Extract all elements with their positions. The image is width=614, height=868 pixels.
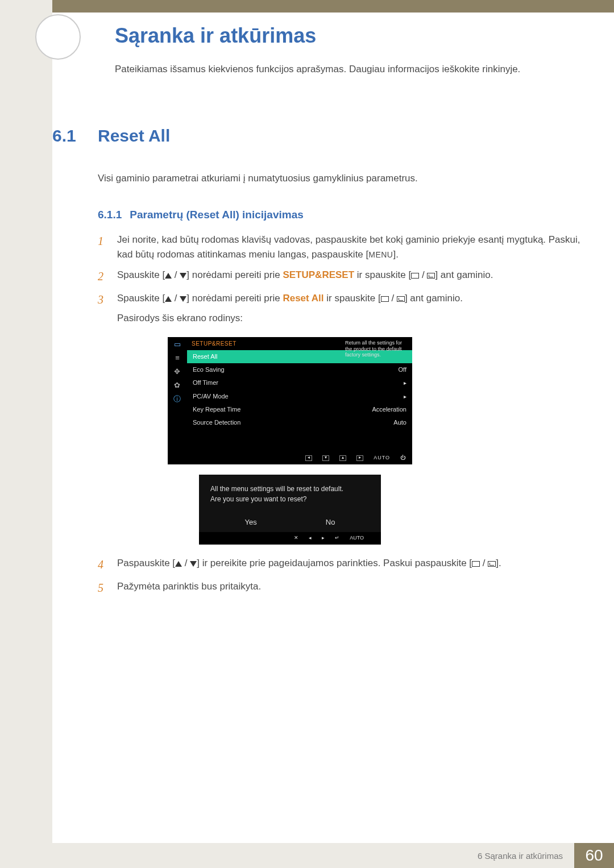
osd-sidebar: ▭ ≡ ✥ ✿ ⓘ xyxy=(168,337,187,452)
step-5-text: Pažymėta parinktis bus pritaikyta. xyxy=(117,579,261,594)
monitor-icon: ▭ xyxy=(171,339,184,350)
step-2-text-c: ir spauskite [ xyxy=(354,269,411,280)
chapter-title: Sąranka ir atkūrimas xyxy=(115,24,591,48)
triangle-down-icon xyxy=(180,296,186,302)
osd-confirm-dialog: All the menu settings will be reset to d… xyxy=(199,475,381,533)
triangle-up-icon xyxy=(175,561,182,567)
step-5: 5 Pažymėta parinktis bus pritaikyta. xyxy=(98,579,591,597)
dialog-nav-bar: ✕ ◂ ▸ ↵ AUTO xyxy=(199,532,381,545)
subsection-title: Parametrų (Reset All) inicijavimas xyxy=(130,209,304,221)
step-3-text-c: ir spauskite [ xyxy=(324,293,381,304)
section-title: Reset All xyxy=(98,126,170,146)
step-4-text-c: ]. xyxy=(496,558,501,568)
step-2-text-b: ] norėdami pereiti prie xyxy=(186,269,283,280)
steps-list: 1 Jei norite, kad būtų rodomas klavišų v… xyxy=(98,232,591,597)
nav-right-icon: ▸ xyxy=(322,534,325,542)
footer-chapter-label: 6 Sąranka ir atkūrimas xyxy=(0,843,574,868)
step-3-text-b: ] norėdami pereiti prie xyxy=(186,293,283,304)
step-2-keyword: SETUP&RESET xyxy=(283,269,354,280)
top-accent-bar xyxy=(0,0,614,13)
dialog-actions: Yes No xyxy=(210,517,370,528)
nav-left-icon: ◂ xyxy=(309,534,312,542)
subsection-heading: 6.1.1 Parametrų (Reset All) inicijavimas xyxy=(98,209,591,221)
nav-auto-label: AUTO xyxy=(374,454,390,462)
page-content: Sąranka ir atkūrimas Pateikiamas išsamus… xyxy=(52,17,591,597)
step-number: 5 xyxy=(98,579,107,597)
triangle-down-icon xyxy=(190,561,197,567)
chapter-intro: Pateikiamas išsamus kiekvienos funkcijos… xyxy=(115,64,591,75)
step-1-text-b: ]. xyxy=(393,249,398,260)
page-footer: 6 Sąranka ir atkūrimas 60 xyxy=(0,843,614,868)
power-icon xyxy=(400,454,405,462)
list-icon: ≡ xyxy=(171,353,184,363)
dialog-yes-button[interactable]: Yes xyxy=(245,517,257,528)
osd-menu: ▭ ≡ ✥ ✿ ⓘ SETUP&RESET Return all the set… xyxy=(168,337,412,452)
subsection-number: 6.1.1 xyxy=(98,209,122,221)
step-3: 3 Spauskite [ / ] norėdami pereiti prie … xyxy=(98,291,591,545)
osd-tooltip: Return all the settings for the product … xyxy=(343,339,411,359)
chapter-badge-circle xyxy=(35,14,81,60)
step-number: 4 xyxy=(98,556,107,574)
left-margin-bar xyxy=(0,0,52,868)
osd-row-key-repeat: Key Repeat TimeAcceleration xyxy=(187,403,412,416)
step-3-keyword: Reset All xyxy=(283,293,323,304)
step-1-text-a: Jei norite, kad būtų rodomas klavišų vad… xyxy=(117,234,580,260)
step-4: 4 Paspauskite [ / ] ir pereikite prie pa… xyxy=(98,556,591,574)
step-3-text-a: Spauskite [ xyxy=(117,293,165,304)
osd-nav-bar: ◂ ▾ ▴ ▸ AUTO xyxy=(168,452,412,464)
step-number: 3 xyxy=(98,291,107,309)
osd-row-eco-saving: Eco SavingOff xyxy=(187,363,412,376)
gear-icon: ✿ xyxy=(171,380,184,391)
rect-icon xyxy=(381,296,389,302)
osd-dialog-wrap: All the menu settings will be reset to d… xyxy=(199,475,381,545)
dialog-line-1: All the menu settings will be reset to d… xyxy=(210,484,370,494)
osd-row-source-detection: Source DetectionAuto xyxy=(187,416,412,429)
nav-up-icon: ▴ xyxy=(339,455,346,461)
rect-icon xyxy=(472,561,480,567)
info-icon: ⓘ xyxy=(171,394,184,404)
nav-left-icon: ◂ xyxy=(305,455,312,461)
nav-enter-icon: ↵ xyxy=(335,534,339,542)
enter-icon xyxy=(397,296,405,302)
step-2: 2 Spauskite [ / ] norėdami pereiti prie … xyxy=(98,268,591,285)
triangle-up-icon xyxy=(165,273,172,279)
nav-auto-label: AUTO xyxy=(350,534,364,542)
osd-row-off-timer: Off Timer xyxy=(187,376,412,389)
dialog-line-2: Are you sure you want to reset? xyxy=(210,494,370,504)
section-body: Visi gaminio parametrai atkuriami į numa… xyxy=(98,171,591,186)
step-4-text-a: Paspauskite [ xyxy=(117,558,175,568)
step-1: 1 Jei norite, kad būtų rodomas klavišų v… xyxy=(98,232,591,263)
osd-screenshot: ▭ ≡ ✥ ✿ ⓘ SETUP&RESET Return all the set… xyxy=(168,337,412,545)
triangle-up-icon xyxy=(165,296,172,302)
menu-label: MENU xyxy=(368,250,393,259)
section-heading: 6.1 Reset All xyxy=(52,126,591,146)
footer-page-number: 60 xyxy=(574,843,614,868)
osd-spacer xyxy=(187,429,412,452)
osd-row-pcav-mode: PC/AV Mode xyxy=(187,390,412,403)
arrows-icon: ✥ xyxy=(171,367,184,377)
step-3-text-d: ] ant gaminio. xyxy=(405,293,463,304)
step-3-note: Pasirodys šis ekrano rodinys: xyxy=(117,311,463,326)
step-2-text-a: Spauskite [ xyxy=(117,269,165,280)
enter-icon xyxy=(488,561,496,567)
step-4-text-b: ] ir pereikite prie pageidaujamos parink… xyxy=(197,558,472,568)
nav-right-icon: ▸ xyxy=(356,455,363,461)
dialog-no-button[interactable]: No xyxy=(326,517,335,528)
nav-close-icon: ✕ xyxy=(294,534,298,542)
nav-down-icon: ▾ xyxy=(322,455,329,461)
triangle-down-icon xyxy=(180,273,186,279)
section-number: 6.1 xyxy=(52,126,98,146)
step-number: 2 xyxy=(98,268,107,285)
step-number: 1 xyxy=(98,232,107,250)
rect-icon xyxy=(411,273,419,279)
osd-main: SETUP&RESET Return all the settings for … xyxy=(187,337,412,452)
step-2-text-d: ] ant gaminio. xyxy=(435,269,493,280)
enter-icon xyxy=(427,273,435,279)
